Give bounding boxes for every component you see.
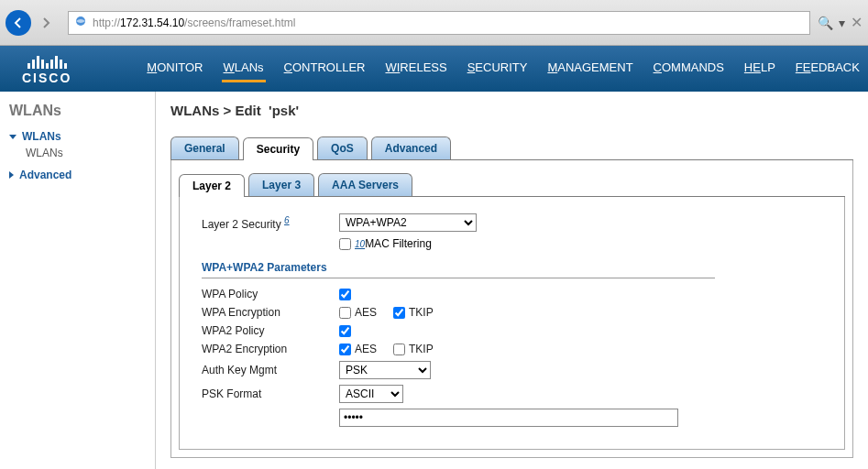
checkbox-wpa-policy[interactable]	[339, 289, 351, 300]
label-auth-key-mgmt: Auth Key Mgmt	[202, 364, 339, 376]
checkbox-mac-filtering[interactable]	[339, 238, 351, 250]
label-layer2-security: Layer 2 Security 6	[202, 215, 339, 231]
checkbox-wpa-tkip[interactable]	[393, 307, 405, 319]
sidebar-item-advanced[interactable]: Advanced	[9, 169, 146, 181]
browser-address-bar: http://172.31.54.10/screens/frameset.htm…	[0, 0, 868, 46]
chevron-down-icon	[9, 135, 16, 139]
top-nav: MONITOR WLANs CONTROLLER WIRELESS SECURI…	[145, 55, 862, 82]
form-area: Layer 2 Security 6 WPA+WPA2 10MAC Filter…	[179, 197, 845, 450]
url-scheme: http://	[93, 16, 120, 29]
tab-qos[interactable]: QoS	[317, 136, 368, 159]
nav-controller[interactable]: CONTROLLER	[282, 55, 368, 82]
label-wpa-policy: WPA Policy	[202, 288, 339, 300]
brand-text: CISCO	[22, 71, 71, 85]
subtab-layer3[interactable]: Layer 3	[248, 173, 314, 196]
cisco-logo: CISCO	[22, 52, 71, 85]
search-icon[interactable]: 🔍	[818, 16, 833, 30]
page-title: WLANs > Edit 'psk'	[170, 103, 853, 118]
url-host: 172.31.54.10	[120, 16, 184, 29]
footnote-6[interactable]: 6	[284, 215, 290, 225]
checkbox-wpa2-policy[interactable]	[339, 325, 351, 337]
main-tab-row: General Security QoS Advanced	[170, 136, 853, 160]
tab-security[interactable]: Security	[243, 137, 313, 160]
url-path: /screens/frameset.html	[184, 16, 295, 29]
dropdown-caret-icon[interactable]: ▾	[839, 16, 845, 30]
nav-management[interactable]: MANAGEMENT	[545, 55, 634, 82]
nav-help[interactable]: HELP	[742, 55, 777, 82]
chevron-right-icon	[9, 171, 14, 179]
tab-general[interactable]: General	[170, 136, 239, 159]
sidebar-item-wlans[interactable]: WLANs	[9, 130, 146, 143]
label-wpa-encryption: WPA Encryption	[202, 306, 339, 319]
checkbox-wpa-aes[interactable]	[339, 307, 351, 319]
select-layer2-security[interactable]: WPA+WPA2	[339, 213, 477, 232]
content-pane: WLANs > Edit 'psk' General Security QoS …	[156, 92, 868, 469]
ie-page-icon	[74, 15, 87, 30]
input-psk-passphrase[interactable]	[339, 409, 678, 427]
sub-tab-row: Layer 2 Layer 3 AAA Servers	[179, 173, 845, 197]
footnote-10[interactable]: 10	[355, 239, 365, 249]
browser-url-field[interactable]: http://172.31.54.10/screens/frameset.htm…	[68, 11, 810, 35]
section-wpa-params: WPA+WPA2 Parameters	[202, 261, 715, 278]
app-header: CISCO MONITOR WLANs CONTROLLER WIRELESS …	[0, 46, 868, 92]
nav-monitor[interactable]: MONITOR	[145, 55, 204, 82]
sidebar-subitem-label: WLANs	[26, 147, 63, 159]
select-auth-key-mgmt[interactable]: PSK	[339, 361, 431, 379]
sidebar-subitem-wlans[interactable]: WLANs	[26, 147, 146, 159]
nav-wireless[interactable]: WIRELESS	[383, 55, 448, 82]
sidebar: WLANs WLANs WLANs Advanced	[0, 92, 156, 469]
browser-forward-button[interactable]	[33, 10, 59, 36]
nav-security[interactable]: SECURITY	[466, 55, 530, 82]
nav-wlans[interactable]: WLANs	[222, 55, 266, 82]
sidebar-heading: WLANs	[9, 103, 146, 119]
subtab-layer2[interactable]: Layer 2	[179, 174, 245, 197]
label-wpa2-encryption: WPA2 Encryption	[202, 343, 339, 355]
label-psk-format: PSK Format	[202, 387, 339, 400]
label-mac-filtering: MAC Filtering	[365, 237, 432, 250]
label-wpa2-policy: WPA2 Policy	[202, 324, 339, 337]
select-psk-format[interactable]: ASCII	[339, 385, 403, 403]
tab-advanced[interactable]: Advanced	[371, 136, 451, 159]
checkbox-wpa2-aes[interactable]	[339, 344, 351, 355]
subtab-aaa-servers[interactable]: AAA Servers	[318, 173, 412, 196]
nav-feedback[interactable]: FEEDBACK	[794, 55, 862, 82]
browser-search-controls: 🔍 ▾ ✕	[818, 14, 863, 31]
sidebar-item-label: Advanced	[19, 169, 71, 181]
checkbox-wpa2-tkip[interactable]	[393, 344, 405, 355]
sidebar-item-label: WLANs	[22, 130, 61, 143]
close-icon[interactable]: ✕	[851, 14, 863, 31]
nav-commands[interactable]: COMMANDS	[652, 55, 726, 82]
browser-back-button[interactable]	[5, 10, 31, 36]
